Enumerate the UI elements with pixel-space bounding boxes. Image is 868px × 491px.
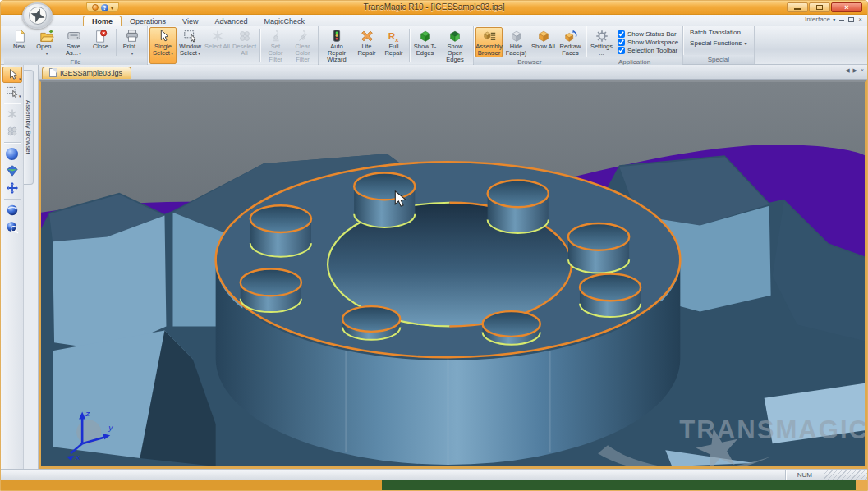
- special-functions-button[interactable]: Special Functions ▾: [690, 39, 746, 47]
- interface-menu[interactable]: Interface ▾: [805, 16, 835, 23]
- close-icon: ×: [844, 4, 848, 11]
- assembly-browser-button[interactable]: Assembly Browser: [475, 27, 503, 57]
- application-menu-button[interactable]: [22, 2, 53, 29]
- tab-close-icon[interactable]: ×: [861, 67, 864, 74]
- tab-advanced[interactable]: Advanced: [206, 16, 255, 26]
- viewport-frame: z y x TRANSMAGIC: [39, 80, 867, 469]
- rotate-sphere-icon: [6, 204, 19, 217]
- title-bar[interactable]: ? ▾ TransMagic R10 - [IGESSample03.igs] …: [1, 1, 867, 15]
- tool-orbit-view[interactable]: [2, 145, 22, 162]
- show-status-bar-checkbox[interactable]: Show Status Bar: [618, 30, 678, 38]
- tab-scroll-left-icon[interactable]: ◀: [845, 67, 849, 74]
- diamond-view-icon: [6, 164, 19, 177]
- ribbon-close-icon[interactable]: ×: [858, 16, 862, 23]
- save-as-icon: [67, 29, 81, 44]
- num-lock-indicator: NUM: [785, 470, 824, 480]
- print-icon: [125, 29, 140, 44]
- group-label-special: Special: [683, 55, 753, 64]
- close-button[interactable]: ×: [831, 2, 862, 12]
- tab-home[interactable]: Home: [83, 16, 122, 26]
- cursor-arrow-icon: [6, 68, 19, 81]
- axis-label-x: x: [75, 452, 80, 461]
- orange-cube-icon: [536, 29, 551, 44]
- selection-toolbar: ▾ ▾: [1, 65, 24, 469]
- maximize-icon: [816, 5, 823, 10]
- tool-isometric-view[interactable]: [2, 163, 22, 179]
- dropdown-arrow-icon: ▾: [833, 17, 835, 22]
- tool-zoom[interactable]: [2, 219, 22, 236]
- selection-toolbar-checkbox[interactable]: Selection Toolbar: [618, 47, 678, 54]
- hide-faces-button[interactable]: Hide Face(s): [503, 27, 530, 57]
- minimize-button[interactable]: [787, 2, 808, 12]
- show-t-edges-button[interactable]: Show T-Edges: [411, 27, 439, 64]
- print-button[interactable]: Print...▾: [118, 27, 145, 57]
- open-folder-icon: [39, 29, 54, 44]
- document-tab-bar: IGESSample03.igs ◀ ▶ ×: [39, 65, 867, 80]
- dropdown-arrow-icon: ▾: [79, 51, 81, 56]
- desktop-green-area: [382, 480, 856, 490]
- tool-deselect-all[interactable]: [2, 123, 22, 140]
- tool-window-select[interactable]: ▾: [2, 84, 22, 100]
- save-as-button[interactable]: Save As...▾: [60, 27, 87, 57]
- redraw-faces-icon: [563, 29, 578, 44]
- full-repair-button[interactable]: Rx Full Repair: [380, 27, 407, 64]
- tab-operations[interactable]: Operations: [122, 16, 174, 26]
- redraw-faces-button[interactable]: Redraw Faces: [557, 27, 584, 57]
- window-select-icon: [183, 29, 198, 44]
- new-button[interactable]: New: [6, 27, 33, 57]
- window-select-icon: [6, 85, 19, 99]
- auto-repair-wizard-button[interactable]: Auto Repair Wizard: [320, 27, 353, 64]
- single-select-button[interactable]: Single Select▾: [149, 27, 177, 64]
- ribbon-group-application: Settings... Show Status Bar Show Workspa…: [586, 26, 683, 64]
- sphere-icon: [6, 148, 18, 160]
- ellipsis: ...: [599, 49, 604, 57]
- tool-pan[interactable]: [2, 180, 22, 196]
- settings-button[interactable]: Settings...: [588, 27, 615, 57]
- dropdown-arrow-icon: ▾: [19, 76, 21, 81]
- set-color-filter-button[interactable]: Set Color Filter: [262, 27, 289, 64]
- status-bar: NUM: [1, 469, 867, 480]
- dropdown-arrow-icon: ▾: [745, 41, 747, 46]
- green-cube-icon: [418, 29, 433, 44]
- ribbon-minimize-icon[interactable]: [839, 20, 844, 21]
- viewport-3d[interactable]: z y x TRANSMAGIC: [41, 82, 865, 466]
- gray-cube-icon: [509, 29, 524, 44]
- tool-rotate[interactable]: [2, 202, 22, 218]
- zoom-sphere-icon: [6, 221, 19, 234]
- show-open-edges-button[interactable]: Show Open Edges: [439, 27, 471, 64]
- open-button[interactable]: Open...▾: [33, 27, 60, 57]
- document-icon: [49, 68, 57, 77]
- close-file-icon: [94, 29, 108, 44]
- close-file-button[interactable]: Close: [87, 27, 114, 57]
- lite-repair-button[interactable]: Lite Repair: [353, 27, 380, 64]
- ribbon-group-special: Batch Translation Special Functions ▾ Sp…: [683, 26, 754, 64]
- ribbon-restore-icon[interactable]: [848, 17, 854, 22]
- tool-single-select[interactable]: ▾: [2, 67, 22, 83]
- deselect-all-button[interactable]: Deselect All: [231, 27, 258, 64]
- set-color-filter-icon: [269, 29, 283, 44]
- resize-grip[interactable]: [824, 470, 867, 480]
- dropdown-arrow-icon: ▾: [171, 51, 173, 56]
- document-tab[interactable]: IGESSample03.igs: [42, 67, 131, 79]
- tab-magiccheck[interactable]: MagicCheck: [255, 16, 313, 26]
- maximize-button[interactable]: [809, 2, 830, 12]
- gear-icon: [595, 29, 609, 44]
- window-select-button[interactable]: Window Select▾: [177, 27, 204, 64]
- batch-translation-button[interactable]: Batch Translation: [690, 29, 746, 36]
- select-all-button[interactable]: Select All: [204, 27, 231, 64]
- full-repair-icon: Rx: [387, 29, 402, 44]
- tab-scroll-right-icon[interactable]: ▶: [853, 67, 857, 74]
- tool-select-all[interactable]: [2, 106, 22, 122]
- clear-color-filter-icon: [296, 29, 310, 44]
- tab-view[interactable]: View: [174, 16, 206, 26]
- assembly-browser-tab[interactable]: Assembly Browser: [24, 70, 34, 185]
- minimize-icon: [794, 8, 801, 10]
- show-all-button[interactable]: Show All: [530, 27, 557, 57]
- select-all-icon: [6, 108, 19, 121]
- ribbon-group-browser: Assembly Browser Hide Face(s) Show All R…: [474, 26, 586, 64]
- app-window: ? ▾ TransMagic R10 - [IGESSample03.igs] …: [0, 0, 868, 491]
- clear-color-filter-button[interactable]: Clear Color Filter: [289, 27, 316, 64]
- dropdown-arrow-icon: ▾: [45, 51, 48, 56]
- show-workspace-checkbox[interactable]: Show Workspace: [618, 39, 678, 46]
- lite-repair-icon: [360, 29, 374, 44]
